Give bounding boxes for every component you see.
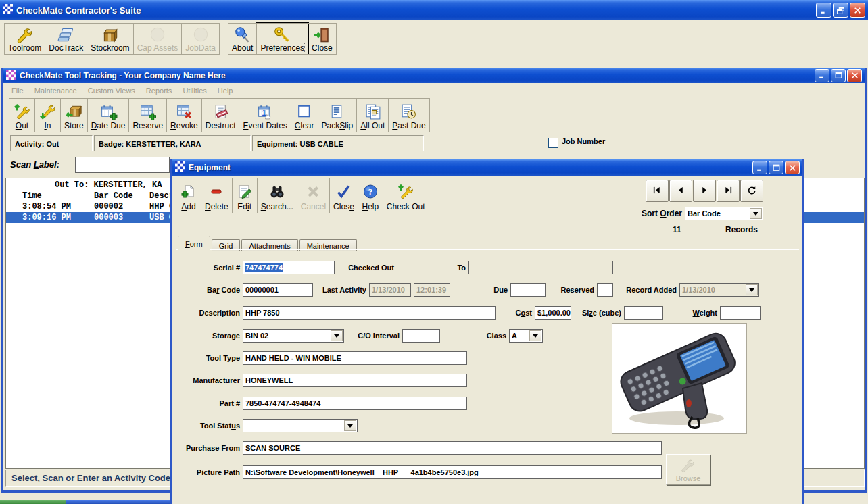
jobdata-button: JobData xyxy=(181,23,220,55)
due-input[interactable] xyxy=(510,283,546,297)
close-button[interactable]: Close xyxy=(308,23,337,55)
tracking-titlebar: CheckMate Tool Tracking - Your Company N… xyxy=(3,68,865,83)
taskbar-start-sliver[interactable] xyxy=(0,500,66,504)
preferences-button[interactable]: Preferences xyxy=(256,23,308,55)
reserved-input[interactable] xyxy=(597,283,613,297)
revoke-button[interactable]: Revoke xyxy=(166,98,202,132)
check-out-button[interactable]: Check Out xyxy=(383,178,429,213)
class-combo-arrow[interactable] xyxy=(529,330,541,341)
tracking-minimize-button[interactable] xyxy=(815,69,829,82)
last-activity-label: Last Activity xyxy=(308,283,366,297)
store-button[interactable]: Store xyxy=(60,98,88,132)
date-due-button[interactable]: Date Due xyxy=(87,98,130,132)
close-button[interactable]: Close xyxy=(329,178,358,213)
browse-button: Browse xyxy=(666,454,710,485)
record-added-combo: 1/13/2010 xyxy=(679,283,759,297)
purchase-from-input[interactable]: SCAN SOURCE xyxy=(243,441,662,455)
part-number-input[interactable]: 7850-474747-4948474 xyxy=(243,397,467,410)
menu-item-help[interactable]: Help xyxy=(212,84,239,97)
picture-path-input[interactable]: N:\Software Development\Honeywell__HHP__… xyxy=(243,465,662,479)
tracking-app-icon xyxy=(6,70,16,82)
records-label: Records xyxy=(725,225,758,234)
bar-code-input[interactable]: 00000001 xyxy=(243,283,313,297)
manufacturer-input[interactable]: HONEYWELL xyxy=(243,374,467,387)
tracking-title: CheckMate Tool Tracking - Your Company N… xyxy=(20,71,815,80)
stockroom-button[interactable]: Stockroom xyxy=(87,23,133,55)
page-plus-icon xyxy=(180,180,197,202)
check-blue-icon xyxy=(335,180,352,202)
weight-input[interactable] xyxy=(720,306,761,320)
job-number-checkbox[interactable] xyxy=(548,138,558,148)
delete-button[interactable]: Delete xyxy=(201,178,233,213)
button-label: Preferences xyxy=(260,43,304,53)
tool-status-combo[interactable] xyxy=(243,419,358,432)
reserve-button[interactable]: Reserve xyxy=(128,98,167,132)
serial-input[interactable]: 747474774 xyxy=(243,261,335,274)
toolroom-button[interactable]: Toolroom xyxy=(4,23,45,55)
wrench-down-icon xyxy=(39,101,57,121)
event-dates-button[interactable]: 1Event Dates xyxy=(239,98,291,132)
storage-label: Storage xyxy=(172,329,240,343)
suite-close-button[interactable] xyxy=(850,3,865,18)
reserved-label: Reserved xyxy=(548,283,594,297)
size-cube-input[interactable] xyxy=(624,306,663,320)
sort-order-combo[interactable]: Bar Code xyxy=(685,207,763,220)
scan-input[interactable] xyxy=(75,157,170,173)
page-pencil-icon xyxy=(236,180,254,202)
equipment-close-button[interactable] xyxy=(785,161,800,174)
tracking-close-button[interactable] xyxy=(847,69,862,82)
help-button[interactable]: ?Help xyxy=(358,178,383,213)
equipment-maximize-button[interactable] xyxy=(769,161,783,174)
past-due-button[interactable]: Past Due xyxy=(388,98,429,132)
nav-prev-icon xyxy=(675,185,686,197)
button-label: Edit xyxy=(237,202,251,211)
tool-type-input[interactable]: HAND HELD - WIN MOBILE xyxy=(243,351,467,365)
x-gray-icon xyxy=(304,180,322,202)
co-interval-input[interactable] xyxy=(402,329,440,343)
nav-next-button[interactable] xyxy=(693,180,716,202)
binoculars-icon xyxy=(268,180,286,202)
tool-status-combo-arrow[interactable] xyxy=(344,420,356,431)
equipment-minimize-button[interactable] xyxy=(752,161,767,174)
all-out-button[interactable]: All Out xyxy=(356,98,389,132)
suite-titlebar: CheckMate Contractor's Suite xyxy=(0,0,868,20)
doctrack-button[interactable]: DocTrack xyxy=(45,23,87,55)
button-label: Revoke xyxy=(170,121,198,130)
about-button[interactable]: About xyxy=(228,23,257,55)
destruct-button[interactable]: Destruct xyxy=(201,98,240,132)
storage-combo[interactable]: BIN 02 xyxy=(243,329,344,343)
bar-code-label: Bar Code xyxy=(172,283,240,297)
tracking-maximize-button[interactable] xyxy=(831,69,846,82)
box-icon xyxy=(101,26,120,43)
menu-item-maintenance[interactable]: Maintenance xyxy=(29,84,82,97)
suite-restore-button[interactable] xyxy=(833,3,848,18)
nav-first-button[interactable] xyxy=(646,180,669,202)
tab-form[interactable]: Form xyxy=(178,236,210,250)
sort-order-combo-arrow[interactable] xyxy=(750,208,762,219)
clear-button[interactable]: Clear xyxy=(291,98,318,132)
menu-item-custom-views[interactable]: Custom Views xyxy=(82,84,141,97)
in-button[interactable]: In xyxy=(34,98,61,132)
nav-refresh-button[interactable] xyxy=(740,180,763,202)
nav-last-button[interactable] xyxy=(717,180,740,202)
out-button[interactable]: Out xyxy=(9,98,35,132)
record-count: 11 xyxy=(673,225,681,234)
description-input[interactable]: HHP 7850 xyxy=(243,306,496,320)
serial-label: Serial # xyxy=(172,261,240,274)
docs-icon xyxy=(364,101,382,121)
search-button[interactable]: Search... xyxy=(257,178,297,213)
cost-input[interactable]: $1,000.00 xyxy=(535,306,571,320)
edit-button[interactable]: Edit xyxy=(232,178,258,213)
tracking-toolbar: OutInStoreDate DueReserveRevokeDestruct1… xyxy=(9,98,429,132)
menu-item-utilities[interactable]: Utilities xyxy=(177,84,212,97)
nav-previous-button[interactable] xyxy=(669,180,692,202)
storage-combo-arrow[interactable] xyxy=(331,330,343,341)
doc-lines-icon xyxy=(328,101,346,121)
due-label: Due xyxy=(471,283,508,297)
menu-item-reports[interactable]: Reports xyxy=(141,84,178,97)
suite-minimize-button[interactable] xyxy=(816,3,831,18)
menu-item-file[interactable]: File xyxy=(6,84,29,97)
class-combo[interactable]: A xyxy=(509,329,543,343)
packslip-button[interactable]: PackSlip xyxy=(318,98,358,132)
add-button[interactable]: Add xyxy=(176,178,201,213)
